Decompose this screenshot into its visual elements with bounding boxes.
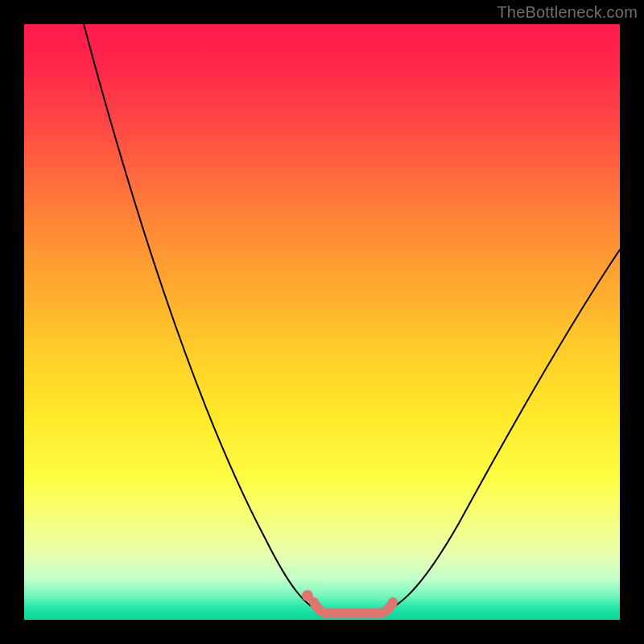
basin-highlight [314,602,393,613]
chart-svg [24,24,620,620]
bottleneck-curve [84,24,620,612]
chart-frame: TheBottleneck.com [0,0,644,644]
plot-area [24,24,620,620]
watermark-text: TheBottleneck.com [497,3,638,22]
